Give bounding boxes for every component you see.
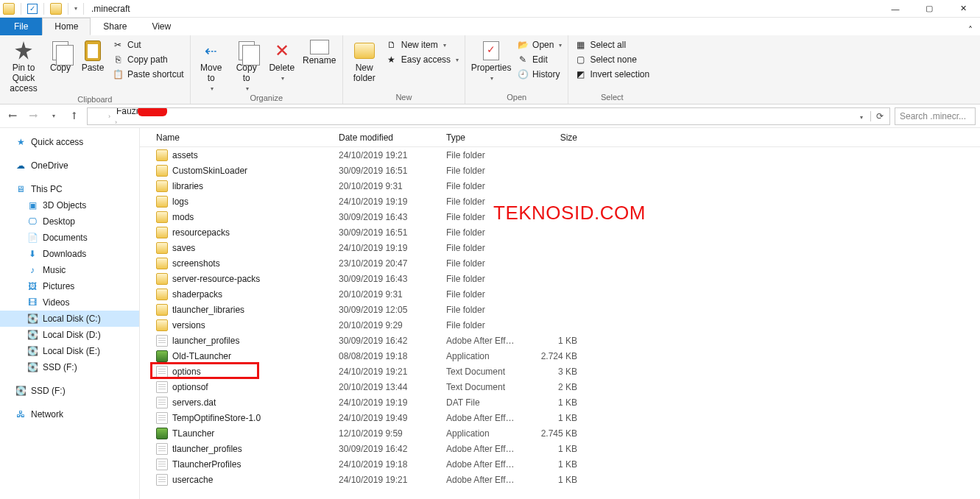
nav-pane[interactable]: ★Quick access ☁OneDrive 🖥This PC ▣3D Obj… — [0, 128, 140, 499]
file-row[interactable]: TlauncherProfiles24/10/2019 19:18Adobe A… — [140, 456, 980, 472]
new-folder-button[interactable]: New folder — [348, 37, 381, 84]
path-icon: ⎘ — [112, 54, 124, 66]
file-row[interactable]: tlauncher_profiles30/09/2019 16:42Adobe … — [140, 441, 980, 456]
file-row[interactable]: resourcepacks30/09/2019 16:51File folder — [140, 224, 980, 240]
file-type: Adobe After Effect... — [439, 336, 526, 346]
file-list[interactable]: Name Date modified Type Size assets24/10… — [140, 128, 980, 499]
file-icon — [156, 459, 168, 470]
qat-dropdown-icon[interactable]: ▾ — [74, 5, 77, 12]
close-button[interactable]: ✕ — [946, 0, 980, 18]
ribbon-collapse-icon[interactable]: ˄ — [961, 25, 980, 35]
nav-onedrive[interactable]: ☁OneDrive — [0, 158, 139, 174]
nav-music[interactable]: ♪Music — [0, 262, 139, 278]
col-type[interactable]: Type — [439, 132, 526, 143]
move-to-button[interactable]: ⇠Move to▾ — [195, 37, 228, 92]
file-row[interactable]: libraries20/10/2019 9:31File folder — [140, 178, 980, 194]
file-row[interactable]: saves24/10/2019 19:19File folder — [140, 240, 980, 255]
file-row[interactable]: tlauncher_libraries30/09/2019 12:05File … — [140, 302, 980, 317]
address-dropdown-icon[interactable]: ▾ — [854, 111, 869, 121]
open-button[interactable]: 📂Open▾ — [515, 38, 563, 52]
col-size[interactable]: Size — [526, 132, 585, 143]
copy-path-button[interactable]: ⎘Copy path — [110, 53, 186, 66]
file-row[interactable]: logs24/10/2019 19:19File folder — [140, 194, 980, 209]
title-bar: ✓ ▾ .minecraft ― ▢ ✕ — [0, 0, 980, 18]
file-row[interactable]: versions20/10/2019 9:29File folder — [140, 317, 980, 333]
file-row[interactable]: CustomSkinLoader30/09/2019 16:51File fol… — [140, 163, 980, 178]
maximize-button[interactable]: ▢ — [912, 0, 946, 18]
paste-button[interactable]: Paste — [78, 37, 107, 74]
tab-file[interactable]: File — [0, 18, 42, 35]
breadcrumb-seg[interactable]: Fauzi — [113, 107, 177, 116]
invert-selection-button[interactable]: ◩Invert selection — [573, 68, 651, 81]
file-row[interactable]: TLauncher12/10/2019 9:59Application2.745… — [140, 425, 980, 441]
picture-icon: 🖼 — [27, 280, 38, 292]
folder-icon — [156, 304, 168, 316]
new-item-button[interactable]: 🗋New item▾ — [384, 38, 460, 52]
ribbon-tabs: File Home Share View ˄ — [0, 18, 980, 35]
nav-desktop[interactable]: 🖵Desktop — [0, 213, 139, 230]
file-icon — [156, 474, 168, 486]
nav-downloads[interactable]: ⬇Downloads — [0, 246, 139, 262]
nav-this-pc[interactable]: 🖥This PC — [0, 181, 139, 197]
nav-ssd-f-2[interactable]: 💽SSD (F:) — [0, 383, 139, 399]
file-type: File folder — [439, 305, 526, 315]
tab-view[interactable]: View — [139, 18, 183, 35]
col-date[interactable]: Date modified — [331, 132, 439, 143]
rename-button[interactable]: Rename — [301, 37, 338, 66]
nav-pictures[interactable]: 🖼Pictures — [0, 278, 139, 294]
file-row[interactable]: server-resource-packs30/09/2019 16:43Fil… — [140, 271, 980, 286]
file-row[interactable]: launcher_profiles30/09/2019 16:42Adobe A… — [140, 333, 980, 348]
nav-ssd-f[interactable]: 💽SSD (F:) — [0, 359, 139, 375]
nav-disk-d[interactable]: 💽Local Disk (D:) — [0, 327, 139, 343]
recent-locations-button[interactable]: ▾ — [46, 108, 62, 124]
file-row[interactable]: usercache24/10/2019 19:21Adobe After Eff… — [140, 472, 980, 487]
file-row[interactable]: TempOptifineStore-1.024/10/2019 19:49Ado… — [140, 410, 980, 425]
easy-access-button[interactable]: ★Easy access▾ — [384, 53, 460, 66]
nav-videos[interactable]: 🎞Videos — [0, 294, 139, 311]
forward-button[interactable]: 🠖 — [25, 108, 41, 124]
file-row[interactable]: screenshots23/10/2019 20:47File folder — [140, 255, 980, 271]
tab-share[interactable]: Share — [91, 18, 139, 35]
properties-button[interactable]: Properties▾ — [470, 37, 512, 82]
qat-folder-icon[interactable] — [50, 3, 62, 15]
history-button[interactable]: 🕘History — [515, 68, 563, 81]
address-bar[interactable]: › This PC›Local Disk (C:)›Users›Fauzi ›A… — [87, 107, 890, 125]
file-name: server-resource-packs — [172, 274, 260, 284]
file-row[interactable]: mods30/09/2019 16:43File folder — [140, 209, 980, 224]
up-button[interactable]: 🠕 — [66, 108, 82, 124]
col-name[interactable]: Name — [140, 132, 331, 143]
refresh-button[interactable]: ⟳ — [870, 111, 888, 121]
nav-3d-objects[interactable]: ▣3D Objects — [0, 197, 139, 213]
nav-quick-access[interactable]: ★Quick access — [0, 134, 139, 150]
drive-icon: 💽 — [15, 385, 27, 397]
file-row[interactable]: Old-TLauncher08/08/2019 19:18Application… — [140, 348, 980, 364]
search-input[interactable]: Search .minecr... — [895, 107, 976, 125]
copy-button[interactable]: Copy — [46, 37, 75, 74]
qat-checkbox-icon[interactable]: ✓ — [27, 4, 38, 14]
minimize-button[interactable]: ― — [878, 0, 912, 18]
file-type: Adobe After Effect... — [439, 413, 526, 423]
select-all-button[interactable]: ▦Select all — [573, 38, 651, 52]
tab-home[interactable]: Home — [42, 18, 91, 35]
file-row[interactable]: assets24/10/2019 19:21File folder — [140, 147, 980, 163]
file-row[interactable]: optionsof20/10/2019 13:44Text Document2 … — [140, 379, 980, 394]
file-date: 20/10/2019 13:44 — [331, 382, 439, 392]
back-button[interactable]: 🠔 — [4, 108, 21, 124]
nav-network[interactable]: 🖧Network — [0, 406, 139, 422]
nav-disk-e[interactable]: 💽Local Disk (E:) — [0, 343, 139, 359]
delete-button[interactable]: ✕Delete▾ — [266, 37, 298, 82]
paste-shortcut-button[interactable]: 📋Paste shortcut — [110, 68, 186, 81]
copy-to-button[interactable]: Copy to▾ — [230, 37, 263, 92]
file-row[interactable]: options24/10/2019 19:21Text Document3 KB — [140, 364, 980, 379]
nav-disk-c[interactable]: 💽Local Disk (C:) — [0, 311, 139, 327]
file-name: libraries — [172, 181, 203, 191]
file-type: File folder — [439, 212, 526, 222]
cut-button[interactable]: ✂Cut — [110, 38, 186, 52]
edit-button[interactable]: ✎Edit — [515, 53, 563, 66]
column-headers[interactable]: Name Date modified Type Size — [140, 128, 980, 147]
file-row[interactable]: shaderpacks20/10/2019 9:31File folder — [140, 286, 980, 302]
pin-quick-access-button[interactable]: Pin to Quick access — [4, 37, 43, 93]
nav-documents[interactable]: 📄Documents — [0, 230, 139, 246]
file-row[interactable]: servers.dat24/10/2019 19:19DAT File1 KB — [140, 394, 980, 410]
select-none-button[interactable]: ▢Select none — [573, 53, 651, 66]
